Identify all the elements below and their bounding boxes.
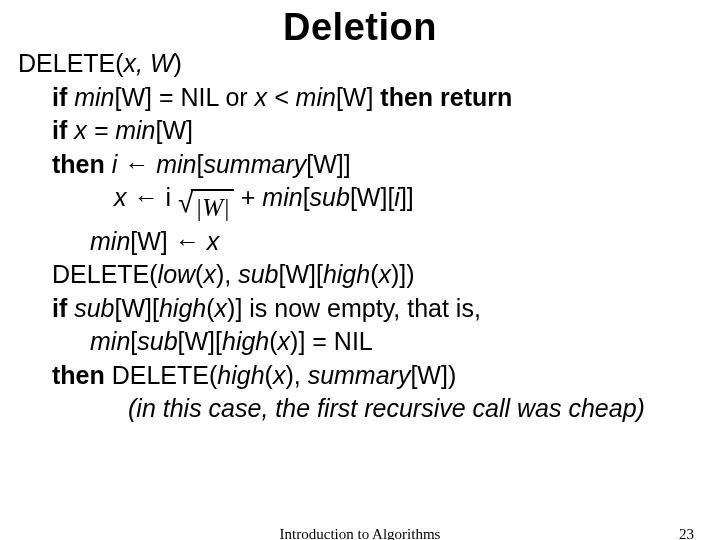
txt: high	[323, 260, 370, 288]
txt: x	[278, 327, 291, 355]
txt: DELETE(	[52, 260, 158, 288]
txt: sub	[137, 327, 177, 355]
txt: [W][	[178, 327, 222, 355]
txt: summary	[308, 361, 411, 389]
txt: [W] = NIL or	[115, 83, 255, 111]
sqrt-icon: √|W|	[178, 185, 234, 225]
txt: [W][	[350, 183, 394, 211]
line-6: min[W] ← x	[18, 225, 702, 259]
line-4: then i ← min[summary[W]]	[18, 148, 702, 182]
txt: [W]	[156, 116, 194, 144]
txt: if	[52, 83, 74, 111]
txt: [	[303, 183, 310, 211]
txt: if	[52, 116, 74, 144]
txt: (	[269, 327, 277, 355]
txt: sub	[74, 294, 114, 322]
txt: summary	[203, 150, 306, 178]
txt: ← i	[133, 183, 177, 211]
txt: then	[52, 150, 112, 178]
line-9: min[sub[W][high(x)] = NIL	[18, 325, 702, 359]
txt: ←	[124, 150, 156, 178]
txt: i	[112, 150, 125, 178]
txt: ),	[216, 260, 238, 288]
txt: )] is now empty, that is,	[227, 294, 481, 322]
txt: x	[379, 260, 392, 288]
txt: x	[215, 294, 228, 322]
txt: (	[265, 361, 273, 389]
txt: [W] ←	[130, 227, 206, 255]
txt: min	[90, 327, 130, 355]
txt: sub	[238, 260, 278, 288]
txt: then	[52, 361, 112, 389]
line-11: (in this case, the first recursive call …	[18, 392, 702, 426]
txt: x = min	[74, 116, 155, 144]
pseudocode-block: DELETE(x, W) if min[W] = NIL or x < min[…	[0, 47, 720, 426]
txt: min	[90, 227, 130, 255]
line-7: DELETE(low(x), sub[W][high(x)])	[18, 258, 702, 292]
txt: x, W	[124, 49, 174, 77]
txt: x	[273, 361, 286, 389]
line-1: DELETE(x, W)	[18, 47, 702, 81]
txt: )	[174, 49, 182, 77]
txt: )] = NIL	[290, 327, 373, 355]
txt: sub	[310, 183, 350, 211]
txt: [W]	[336, 83, 380, 111]
txt: x	[207, 227, 220, 255]
line-3: if x = min[W]	[18, 114, 702, 148]
txt: high	[159, 294, 206, 322]
txt: x	[114, 183, 133, 211]
line-8: if sub[W][high(x)] is now empty, that is…	[18, 292, 702, 326]
txt: min	[262, 183, 302, 211]
line-2: if min[W] = NIL or x < min[W] then retur…	[18, 81, 702, 115]
txt: DELETE(	[18, 49, 124, 77]
txt: [W][	[278, 260, 322, 288]
page-number: 23	[679, 526, 694, 540]
txt: )])	[391, 260, 415, 288]
txt: high	[222, 327, 269, 355]
txt: x	[203, 260, 216, 288]
txt: min	[156, 150, 196, 178]
page-title: Deletion	[0, 0, 720, 49]
txt: DELETE(	[112, 361, 218, 389]
txt: [W][	[115, 294, 159, 322]
txt: min	[74, 83, 114, 111]
line-10: then DELETE(high(x), summary[W])	[18, 359, 702, 393]
txt: (	[206, 294, 214, 322]
txt: [W]]	[306, 150, 350, 178]
txt: [W])	[410, 361, 456, 389]
txt: low	[158, 260, 196, 288]
txt: ]]	[400, 183, 414, 211]
txt: (	[370, 260, 378, 288]
txt: ),	[285, 361, 307, 389]
txt: high	[217, 361, 264, 389]
line-5: x ← i √|W| + min[sub[W][i]]	[18, 181, 702, 225]
txt: if	[52, 294, 74, 322]
footer-center: Introduction to Algorithms	[280, 526, 441, 540]
txt: +	[234, 183, 263, 211]
txt: then return	[380, 83, 512, 111]
txt: x < min	[255, 83, 336, 111]
